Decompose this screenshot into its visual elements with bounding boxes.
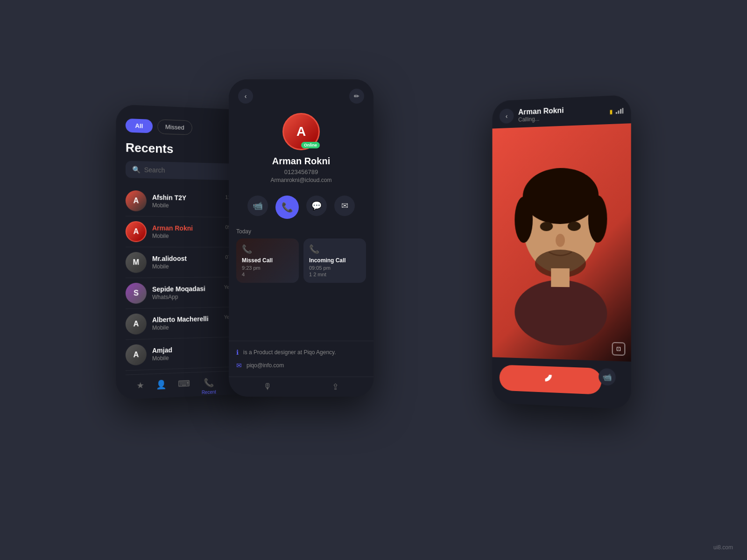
- search-bar[interactable]: 🔍 Search: [126, 161, 246, 180]
- avatar: S: [126, 283, 147, 304]
- incoming-call-icon: 📞: [309, 244, 360, 254]
- favorites-icon: ★: [136, 380, 144, 391]
- calling-back-button[interactable]: ‹: [500, 108, 514, 124]
- svg-point-7: [588, 195, 607, 243]
- calling-video-area: ⊡: [492, 123, 631, 362]
- end-call-button[interactable]: [500, 364, 601, 394]
- missed-call-time: 9:23 pm: [242, 265, 293, 271]
- list-item[interactable]: A Afshin T2Y Mobile 11:23 pm 📞: [126, 185, 246, 217]
- email-button[interactable]: ✉: [334, 196, 355, 216]
- bio-text: is a Product designer at Piqo Agency.: [243, 349, 336, 356]
- contact-info: Mr.alidoost Mobile: [152, 255, 220, 270]
- scene: All Missed ✏ Recents 🔍 Search A Afshin T…: [117, 70, 630, 490]
- svg-point-6: [514, 196, 533, 243]
- contact-info: Sepide Moqadasi WhatsApp: [152, 285, 218, 301]
- email-info-icon: ✉: [236, 362, 242, 369]
- nav-recent[interactable]: 📞 Recent: [202, 378, 216, 398]
- svg-rect-13: [551, 268, 570, 287]
- battery-icon: ▮: [610, 108, 613, 115]
- phone-calling: ‹ Arman Rokni Calling... ▮: [492, 95, 631, 409]
- calling-header: ‹ Arman Rokni Calling... ▮: [492, 95, 631, 129]
- edit-button[interactable]: ✏: [349, 89, 364, 104]
- share-icon[interactable]: ⇪: [332, 382, 339, 392]
- avatar: M: [126, 252, 147, 273]
- search-placeholder: Search: [144, 166, 165, 174]
- video-toggle-button[interactable]: 📹: [599, 368, 616, 386]
- contact-type: Mobile: [152, 263, 220, 270]
- missed-call-card[interactable]: 📞 Missed Call 9:23 pm 4: [236, 238, 299, 283]
- info-row-email: ✉ piqo@info.com: [236, 359, 366, 372]
- contact-phone: 0123456789: [284, 168, 318, 175]
- contact-info: Afshin T2Y Mobile: [152, 194, 220, 210]
- mic-icon[interactable]: 🎙: [263, 382, 272, 392]
- list-item[interactable]: A Arman Rokni Mobile 09:53 pm 📞: [126, 217, 246, 248]
- info-row-bio: ℹ is a Product designer at Piqo Agency.: [236, 346, 366, 359]
- list-item[interactable]: S Sepide Moqadasi WhatsApp Yesterday 📞: [126, 277, 246, 309]
- list-item[interactable]: A Alberto Macherelli Mobile Yesterday 📞: [126, 307, 246, 340]
- nav-active-indicator: [204, 396, 214, 398]
- missed-call-count: 4: [242, 272, 293, 277]
- recents-title: Recents: [126, 140, 246, 159]
- contact-name: Sepide Moqadasi: [152, 285, 218, 293]
- scan-icon[interactable]: ⊡: [612, 342, 626, 356]
- online-badge: Online: [301, 142, 320, 148]
- incoming-call-time: 09:05 pm: [309, 265, 360, 271]
- watermark: ui8.com: [713, 544, 733, 551]
- filter-tabs: All Missed ✏: [126, 118, 246, 137]
- recent-icon: 📞: [204, 378, 214, 388]
- bottom-nav-middle: 🎙 ⇪: [229, 377, 374, 397]
- contact-type: Mobile: [152, 323, 218, 331]
- nav-favorites[interactable]: ★: [136, 380, 144, 399]
- tab-all-button[interactable]: All: [126, 119, 153, 133]
- phone-contact-detail: ‹ ✏ A Online Arman Rokni 0123456789 Arma…: [229, 79, 374, 397]
- contact-type: Mobile: [152, 353, 232, 362]
- contact-type: Mobile: [152, 202, 220, 210]
- missed-call-icon: 📞: [242, 244, 293, 254]
- contact-email: Armanrokni@icloud.com: [271, 177, 332, 183]
- calling-indicators: ▮: [610, 108, 624, 115]
- nav-recent-label: Recent: [202, 389, 216, 395]
- contact-info: Alberto Macherelli Mobile: [152, 315, 218, 331]
- history-cards: 📞 Missed Call 9:23 pm 4 📞 Incoming Call …: [236, 238, 366, 283]
- calling-bottom-row: 📹: [500, 364, 623, 401]
- svg-point-12: [514, 280, 607, 347]
- contact-name: Mr.alidoost: [152, 255, 220, 262]
- avatar: A: [126, 190, 147, 211]
- email-info-text: piqo@info.com: [247, 362, 284, 369]
- incoming-call-label: Incoming Call: [309, 257, 360, 264]
- contact-type: WhatsApp: [152, 293, 218, 301]
- contact-type: Mobile: [152, 233, 220, 240]
- history-label: Today: [236, 228, 366, 235]
- contact-name: Arman Rokni: [152, 224, 220, 232]
- call-history: Today 📞 Missed Call 9:23 pm 4 📞 Incoming…: [229, 224, 374, 341]
- caller-face-svg: [492, 123, 631, 362]
- avatar: A: [126, 314, 147, 335]
- contact-profile: A Online Arman Rokni 0123456789 Armanrok…: [229, 108, 374, 191]
- video-call-button[interactable]: 📹: [247, 196, 268, 216]
- calling-bottom: 📹: [492, 357, 631, 409]
- contact-info: Arman Rokni Mobile: [152, 224, 220, 239]
- message-button[interactable]: 💬: [306, 196, 327, 216]
- nav-keypad[interactable]: ⌨: [178, 378, 190, 399]
- calling-status: Calling...: [518, 115, 564, 123]
- back-button[interactable]: ‹: [238, 89, 253, 104]
- tab-missed-button[interactable]: Missed: [157, 119, 192, 135]
- missed-call-label: Missed Call: [242, 257, 293, 264]
- calling-contact-info: Arman Rokni Calling...: [518, 106, 564, 123]
- contact-avatar-wrap: A Online: [282, 113, 320, 150]
- nav-contacts[interactable]: 👤: [156, 379, 166, 400]
- incoming-call-duration: 1 2 mnt: [309, 272, 360, 277]
- contacts-icon: 👤: [156, 379, 166, 390]
- svg-point-10: [556, 234, 565, 247]
- avatar: A: [126, 221, 147, 242]
- incoming-call-card[interactable]: 📞 Incoming Call 09:05 pm 1 2 mnt: [303, 238, 366, 283]
- search-icon: 🔍: [132, 166, 140, 174]
- avatar: A: [126, 344, 147, 365]
- call-button[interactable]: 📞: [275, 196, 299, 219]
- list-item[interactable]: M Mr.alidoost Mobile 07:01 am 📞: [126, 247, 246, 278]
- call-list: A Afshin T2Y Mobile 11:23 pm 📞 A Arman R…: [126, 185, 246, 371]
- svg-rect-0: [616, 112, 617, 113]
- list-item[interactable]: A Amjad Mobile 📞: [126, 337, 246, 371]
- detail-header: ‹ ✏: [229, 79, 374, 108]
- signal-icon: [616, 108, 623, 115]
